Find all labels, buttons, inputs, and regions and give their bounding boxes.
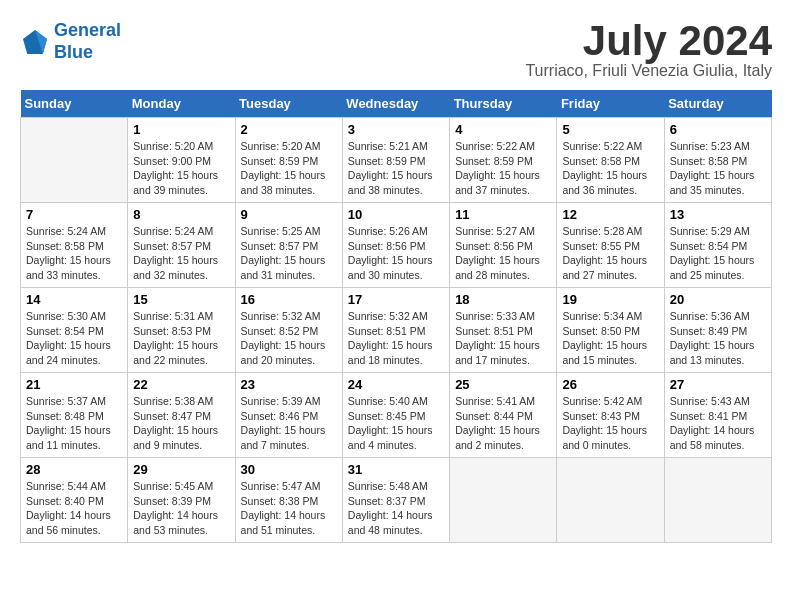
day-number: 31 — [348, 462, 444, 477]
calendar-cell: 31Sunrise: 5:48 AMSunset: 8:37 PMDayligh… — [342, 458, 449, 543]
day-number: 25 — [455, 377, 551, 392]
calendar-table: SundayMondayTuesdayWednesdayThursdayFrid… — [20, 90, 772, 543]
calendar-cell: 6Sunrise: 5:23 AMSunset: 8:58 PMDaylight… — [664, 118, 771, 203]
calendar-cell: 20Sunrise: 5:36 AMSunset: 8:49 PMDayligh… — [664, 288, 771, 373]
day-info: Sunrise: 5:25 AMSunset: 8:57 PMDaylight:… — [241, 224, 337, 283]
calendar-week-1: 1Sunrise: 5:20 AMSunset: 9:00 PMDaylight… — [21, 118, 772, 203]
calendar-cell: 15Sunrise: 5:31 AMSunset: 8:53 PMDayligh… — [128, 288, 235, 373]
day-number: 20 — [670, 292, 766, 307]
column-header-sunday: Sunday — [21, 90, 128, 118]
day-info: Sunrise: 5:29 AMSunset: 8:54 PMDaylight:… — [670, 224, 766, 283]
calendar-week-5: 28Sunrise: 5:44 AMSunset: 8:40 PMDayligh… — [21, 458, 772, 543]
day-info: Sunrise: 5:41 AMSunset: 8:44 PMDaylight:… — [455, 394, 551, 453]
calendar-cell: 10Sunrise: 5:26 AMSunset: 8:56 PMDayligh… — [342, 203, 449, 288]
calendar-cell: 5Sunrise: 5:22 AMSunset: 8:58 PMDaylight… — [557, 118, 664, 203]
day-number: 15 — [133, 292, 229, 307]
day-info: Sunrise: 5:24 AMSunset: 8:57 PMDaylight:… — [133, 224, 229, 283]
day-number: 27 — [670, 377, 766, 392]
day-info: Sunrise: 5:31 AMSunset: 8:53 PMDaylight:… — [133, 309, 229, 368]
calendar-cell: 24Sunrise: 5:40 AMSunset: 8:45 PMDayligh… — [342, 373, 449, 458]
calendar-cell: 19Sunrise: 5:34 AMSunset: 8:50 PMDayligh… — [557, 288, 664, 373]
calendar-cell: 27Sunrise: 5:43 AMSunset: 8:41 PMDayligh… — [664, 373, 771, 458]
calendar-cell: 21Sunrise: 5:37 AMSunset: 8:48 PMDayligh… — [21, 373, 128, 458]
day-number: 17 — [348, 292, 444, 307]
day-info: Sunrise: 5:44 AMSunset: 8:40 PMDaylight:… — [26, 479, 122, 538]
calendar-cell: 18Sunrise: 5:33 AMSunset: 8:51 PMDayligh… — [450, 288, 557, 373]
day-info: Sunrise: 5:32 AMSunset: 8:51 PMDaylight:… — [348, 309, 444, 368]
day-number: 26 — [562, 377, 658, 392]
day-info: Sunrise: 5:26 AMSunset: 8:56 PMDaylight:… — [348, 224, 444, 283]
column-header-friday: Friday — [557, 90, 664, 118]
day-info: Sunrise: 5:20 AMSunset: 8:59 PMDaylight:… — [241, 139, 337, 198]
day-number: 10 — [348, 207, 444, 222]
day-number: 8 — [133, 207, 229, 222]
calendar-cell: 17Sunrise: 5:32 AMSunset: 8:51 PMDayligh… — [342, 288, 449, 373]
day-number: 30 — [241, 462, 337, 477]
calendar-cell: 22Sunrise: 5:38 AMSunset: 8:47 PMDayligh… — [128, 373, 235, 458]
day-number: 29 — [133, 462, 229, 477]
day-info: Sunrise: 5:22 AMSunset: 8:58 PMDaylight:… — [562, 139, 658, 198]
calendar-cell: 9Sunrise: 5:25 AMSunset: 8:57 PMDaylight… — [235, 203, 342, 288]
day-number: 16 — [241, 292, 337, 307]
calendar-cell: 23Sunrise: 5:39 AMSunset: 8:46 PMDayligh… — [235, 373, 342, 458]
day-number: 19 — [562, 292, 658, 307]
day-info: Sunrise: 5:43 AMSunset: 8:41 PMDaylight:… — [670, 394, 766, 453]
day-info: Sunrise: 5:37 AMSunset: 8:48 PMDaylight:… — [26, 394, 122, 453]
logo: General Blue — [20, 20, 121, 63]
location: Turriaco, Friuli Venezia Giulia, Italy — [525, 62, 772, 80]
day-info: Sunrise: 5:48 AMSunset: 8:37 PMDaylight:… — [348, 479, 444, 538]
day-info: Sunrise: 5:23 AMSunset: 8:58 PMDaylight:… — [670, 139, 766, 198]
calendar-cell — [21, 118, 128, 203]
calendar-cell: 26Sunrise: 5:42 AMSunset: 8:43 PMDayligh… — [557, 373, 664, 458]
calendar-header-row: SundayMondayTuesdayWednesdayThursdayFrid… — [21, 90, 772, 118]
day-info: Sunrise: 5:42 AMSunset: 8:43 PMDaylight:… — [562, 394, 658, 453]
calendar-week-4: 21Sunrise: 5:37 AMSunset: 8:48 PMDayligh… — [21, 373, 772, 458]
column-header-tuesday: Tuesday — [235, 90, 342, 118]
day-number: 24 — [348, 377, 444, 392]
calendar-cell: 2Sunrise: 5:20 AMSunset: 8:59 PMDaylight… — [235, 118, 342, 203]
calendar-body: 1Sunrise: 5:20 AMSunset: 9:00 PMDaylight… — [21, 118, 772, 543]
day-number: 18 — [455, 292, 551, 307]
day-info: Sunrise: 5:22 AMSunset: 8:59 PMDaylight:… — [455, 139, 551, 198]
calendar-cell: 1Sunrise: 5:20 AMSunset: 9:00 PMDaylight… — [128, 118, 235, 203]
calendar-cell: 29Sunrise: 5:45 AMSunset: 8:39 PMDayligh… — [128, 458, 235, 543]
day-number: 1 — [133, 122, 229, 137]
day-info: Sunrise: 5:38 AMSunset: 8:47 PMDaylight:… — [133, 394, 229, 453]
day-number: 11 — [455, 207, 551, 222]
calendar-cell: 7Sunrise: 5:24 AMSunset: 8:58 PMDaylight… — [21, 203, 128, 288]
calendar-cell — [450, 458, 557, 543]
day-number: 28 — [26, 462, 122, 477]
day-number: 2 — [241, 122, 337, 137]
day-info: Sunrise: 5:39 AMSunset: 8:46 PMDaylight:… — [241, 394, 337, 453]
column-header-saturday: Saturday — [664, 90, 771, 118]
column-header-thursday: Thursday — [450, 90, 557, 118]
calendar-cell — [664, 458, 771, 543]
calendar-cell: 30Sunrise: 5:47 AMSunset: 8:38 PMDayligh… — [235, 458, 342, 543]
calendar-cell: 16Sunrise: 5:32 AMSunset: 8:52 PMDayligh… — [235, 288, 342, 373]
column-header-wednesday: Wednesday — [342, 90, 449, 118]
page-header: General Blue July 2024 Turriaco, Friuli … — [20, 20, 772, 80]
day-info: Sunrise: 5:45 AMSunset: 8:39 PMDaylight:… — [133, 479, 229, 538]
logo-text: General Blue — [54, 20, 121, 63]
calendar-cell: 13Sunrise: 5:29 AMSunset: 8:54 PMDayligh… — [664, 203, 771, 288]
calendar-week-2: 7Sunrise: 5:24 AMSunset: 8:58 PMDaylight… — [21, 203, 772, 288]
calendar-cell: 8Sunrise: 5:24 AMSunset: 8:57 PMDaylight… — [128, 203, 235, 288]
day-info: Sunrise: 5:32 AMSunset: 8:52 PMDaylight:… — [241, 309, 337, 368]
calendar-cell: 25Sunrise: 5:41 AMSunset: 8:44 PMDayligh… — [450, 373, 557, 458]
day-number: 13 — [670, 207, 766, 222]
calendar-cell — [557, 458, 664, 543]
calendar-cell: 14Sunrise: 5:30 AMSunset: 8:54 PMDayligh… — [21, 288, 128, 373]
day-number: 3 — [348, 122, 444, 137]
day-number: 23 — [241, 377, 337, 392]
column-header-monday: Monday — [128, 90, 235, 118]
day-info: Sunrise: 5:24 AMSunset: 8:58 PMDaylight:… — [26, 224, 122, 283]
day-number: 22 — [133, 377, 229, 392]
day-number: 6 — [670, 122, 766, 137]
day-info: Sunrise: 5:30 AMSunset: 8:54 PMDaylight:… — [26, 309, 122, 368]
day-info: Sunrise: 5:33 AMSunset: 8:51 PMDaylight:… — [455, 309, 551, 368]
calendar-cell: 3Sunrise: 5:21 AMSunset: 8:59 PMDaylight… — [342, 118, 449, 203]
logo-icon — [20, 27, 50, 57]
day-number: 9 — [241, 207, 337, 222]
calendar-cell: 11Sunrise: 5:27 AMSunset: 8:56 PMDayligh… — [450, 203, 557, 288]
day-info: Sunrise: 5:20 AMSunset: 9:00 PMDaylight:… — [133, 139, 229, 198]
